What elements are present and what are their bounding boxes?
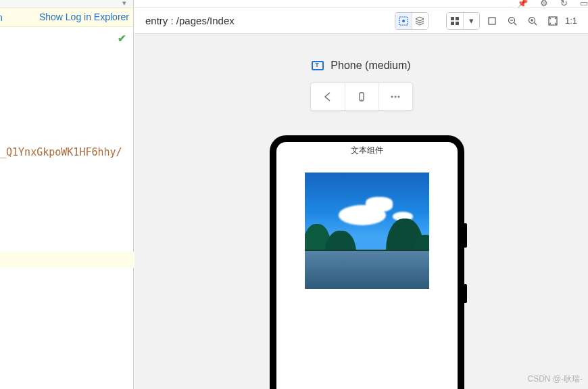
left-panel: ▾ n Show Log in Explorer ✔ _Q1YnxGkpoWK1… xyxy=(0,0,134,389)
zoom-out-button[interactable] xyxy=(504,13,520,29)
highlight-row xyxy=(0,252,134,268)
svg-point-19 xyxy=(398,96,400,98)
svg-rect-4 xyxy=(451,22,454,25)
pin-icon[interactable]: 📌 xyxy=(517,0,528,8)
show-log-link[interactable]: Show Log in Explorer xyxy=(39,12,129,22)
previewer-panel: 📌 ⚙ ↻ ▭ entry : /pages/Index ▾ xyxy=(134,0,588,389)
svg-line-8 xyxy=(514,22,516,25)
status-row: ✔ xyxy=(0,27,133,50)
svg-line-11 xyxy=(534,22,537,25)
preview-canvas: Phone (medium) 文本组件 xyxy=(134,34,588,389)
device-label-row: Phone (medium) xyxy=(134,34,588,72)
zoom-ratio[interactable]: 1:1 xyxy=(565,13,577,29)
link-fragment[interactable]: n xyxy=(0,12,3,23)
zoom-in-button[interactable] xyxy=(524,13,541,29)
back-button[interactable] xyxy=(311,83,345,110)
settings-icon[interactable]: ⚙ xyxy=(540,0,548,8)
layers-button[interactable] xyxy=(412,13,428,29)
view-icon[interactable]: ▭ xyxy=(580,0,588,8)
watermark: CSDN @-耿瑞- xyxy=(527,373,583,385)
device-label: Phone (medium) xyxy=(330,60,410,72)
svg-rect-3 xyxy=(456,17,459,20)
code-fragment: _Q1YnxGkpoWK1HF6hhy/ xyxy=(0,146,122,158)
crop-button[interactable] xyxy=(484,13,500,29)
image-component xyxy=(305,173,429,289)
device-control-group xyxy=(310,83,413,111)
left-header: Show Log in Explorer xyxy=(0,8,133,27)
layout-group: ▾ xyxy=(446,12,480,30)
svg-rect-6 xyxy=(489,18,495,24)
more-button[interactable] xyxy=(378,83,412,110)
inspect-group xyxy=(395,12,428,30)
right-top-bar: 📌 ⚙ ↻ ▭ xyxy=(134,0,588,8)
phone-side-button xyxy=(464,223,467,248)
svg-rect-2 xyxy=(451,17,454,20)
refresh-icon[interactable]: ↻ xyxy=(560,0,568,8)
text-component: 文本组件 xyxy=(276,142,458,156)
phone-frame: 文本组件 xyxy=(270,135,464,389)
svg-point-17 xyxy=(391,96,393,98)
dropdown-arrow-icon[interactable]: ▾ xyxy=(122,0,126,7)
svg-rect-5 xyxy=(456,22,459,25)
left-top-bar: ▾ xyxy=(0,0,133,8)
svg-point-1 xyxy=(402,20,405,22)
device-type-icon xyxy=(312,61,324,70)
fit-button[interactable] xyxy=(545,13,561,29)
layout-dropdown[interactable]: ▾ xyxy=(463,13,479,29)
check-icon: ✔ xyxy=(118,32,126,44)
device-controls xyxy=(134,83,588,111)
svg-point-16 xyxy=(361,99,362,100)
rotate-button[interactable] xyxy=(345,83,378,110)
grid-button[interactable] xyxy=(447,13,463,29)
inspect-button[interactable] xyxy=(395,13,412,29)
svg-point-18 xyxy=(395,96,397,98)
phone-screen: 文本组件 xyxy=(276,142,458,389)
entry-bar: entry : /pages/Index ▾ xyxy=(134,8,588,34)
entry-path: entry : /pages/Index xyxy=(145,15,235,26)
entry-tools: ▾ 1:1 xyxy=(395,12,577,30)
phone-side-button xyxy=(464,284,467,303)
